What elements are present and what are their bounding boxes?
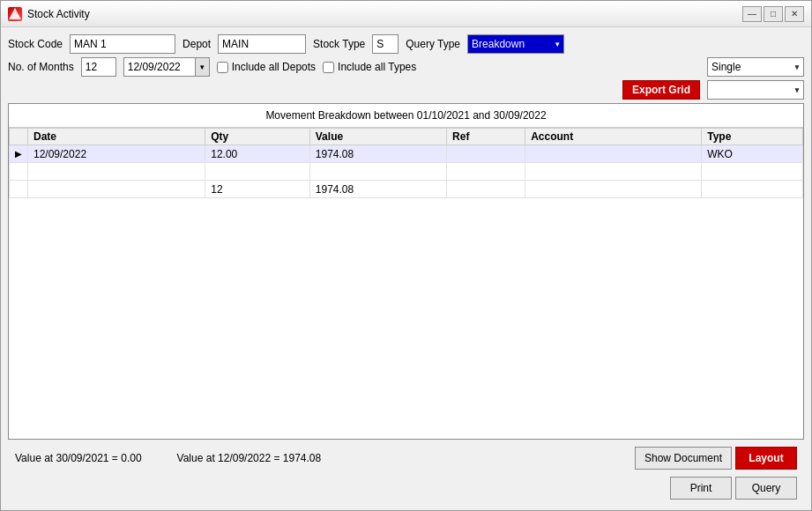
cell-ref [447,181,525,198]
table-row[interactable] [10,163,803,181]
cell-account [525,181,702,198]
row-indicator: ▶ [10,145,28,163]
maximize-button[interactable]: □ [764,6,783,22]
filter-area: Stock Code Depot Stock Type Query Type B… [8,34,804,100]
query-button[interactable]: Query [735,477,797,500]
date-input-wrapper: ▼ [123,57,210,77]
title-bar: Stock Activity — □ ✕ [1,1,811,27]
cell-type: WKO [702,145,803,163]
cell-qty: 12.00 [205,145,310,163]
grid-table-wrapper[interactable]: Date Qty Value Ref Account Type ▶ 12/09/… [9,128,803,439]
cell-qty: 12 [205,181,310,198]
date-input[interactable] [124,58,195,76]
window-title: Stock Activity [27,8,742,20]
show-document-button[interactable]: Show Document [635,447,732,470]
date-dropdown-button[interactable]: ▼ [195,58,209,76]
cell-date [28,181,205,198]
stock-type-input[interactable] [372,34,399,54]
grid-body: ▶ 12/09/2022 12.00 1974.08 WKO [10,145,803,198]
status-area: Value at 30/09/2021 = 0.00 Value at 12/0… [15,452,628,464]
row-1: Stock Code Depot Stock Type Query Type B… [8,34,804,54]
extra-select[interactable] [707,80,804,100]
table-row[interactable]: 12 1974.08 [10,181,803,198]
stock-code-input[interactable] [70,34,175,54]
single-select[interactable]: Single Multiple [707,57,804,77]
table-row[interactable]: ▶ 12/09/2022 12.00 1974.08 WKO [10,145,803,163]
value-at-start: Value at 30/09/2021 = 0.00 [15,452,142,464]
include-all-types-label: Include all Types [338,61,416,73]
window-controls: — □ ✕ [742,6,804,22]
single-select-container: Single Multiple ▼ [707,57,804,77]
cell-ref [447,163,525,181]
depot-input[interactable] [218,34,306,54]
query-type-container: Breakdown Summary Detail [467,34,564,54]
cell-value: 1974.08 [309,145,446,163]
export-grid-button[interactable]: Export Grid [622,80,700,100]
query-type-select[interactable]: Breakdown Summary Detail [467,34,564,54]
action-buttons-2: Print Query [670,477,797,500]
row-indicator [10,181,28,198]
no-of-months-input[interactable] [81,57,116,77]
svg-marker-0 [9,8,21,19]
col-indicator [10,129,28,145]
bottom-bar-2: Print Query [8,477,804,503]
include-all-depots-label: Include all Depots [232,61,316,73]
cell-account [525,163,702,181]
bottom-bar: Value at 30/09/2021 = 0.00 Value at 12/0… [8,443,804,473]
cell-type [702,181,803,198]
stock-code-label: Stock Code [8,38,63,50]
col-date: Date [28,129,205,145]
cell-date: 12/09/2022 [28,145,205,163]
content-area: Stock Code Depot Stock Type Query Type B… [1,27,811,510]
cell-type [702,163,803,181]
col-qty: Qty [205,129,310,145]
close-button[interactable]: ✕ [785,6,804,22]
col-type: Type [702,129,803,145]
cell-value: 1974.08 [309,181,446,198]
extra-select-container: ▼ [707,80,804,100]
query-type-label: Query Type [406,38,460,50]
depot-label: Depot [183,38,211,50]
cell-qty [205,163,310,181]
minimize-button[interactable]: — [742,6,762,22]
value-at-end: Value at 12/09/2022 = 1974.08 [177,452,322,464]
cell-date [28,163,205,181]
layout-button[interactable]: Layout [735,447,797,470]
col-ref: Ref [447,129,525,145]
app-icon [8,7,22,21]
print-button[interactable]: Print [670,477,732,500]
data-grid: Movement Breakdown between 01/10/2021 an… [8,103,804,440]
include-all-depots-checkbox[interactable] [217,62,228,73]
include-all-types-checkbox[interactable] [323,62,334,73]
col-value: Value [309,129,446,145]
stock-type-label: Stock Type [313,38,365,50]
cell-account [525,145,702,163]
grid-title: Movement Breakdown between 01/10/2021 an… [9,104,803,128]
cell-value [309,163,446,181]
include-all-depots-wrapper: Include all Depots [217,61,316,73]
col-account: Account [525,129,702,145]
action-buttons: Show Document Layout [635,447,797,470]
include-all-types-wrapper: Include all Types [323,61,416,73]
row-indicator [10,163,28,181]
no-of-months-label: No. of Months [8,61,74,73]
main-window: Stock Activity — □ ✕ Stock Code Depot St… [0,0,812,511]
cell-ref [447,145,525,163]
row-2: No. of Months ▼ Include all Depots Inclu… [8,57,804,77]
grid-header: Date Qty Value Ref Account Type [10,129,803,145]
grid-table: Date Qty Value Ref Account Type ▶ 12/09/… [9,128,803,198]
row-3: Export Grid ▼ [8,80,804,100]
